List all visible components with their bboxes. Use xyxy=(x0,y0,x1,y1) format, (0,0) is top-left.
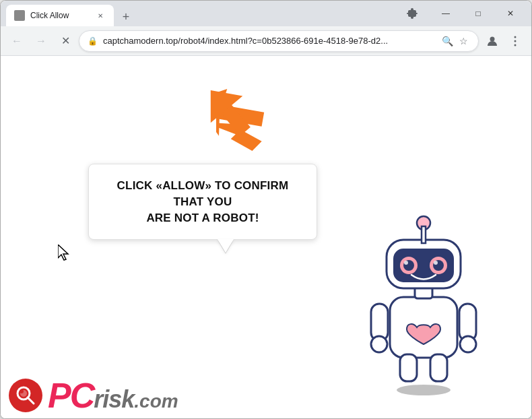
svg-point-9 xyxy=(397,385,451,395)
address-text: captchamodern.top/robot4/index.html?c=0b… xyxy=(103,36,435,46)
speech-bubble: CLICK «ALLOW» TO CONFIRM THAT YOU ARE NO… xyxy=(88,164,317,240)
mouse-cursor xyxy=(58,245,71,264)
pcrisk-logo-icon xyxy=(9,379,42,412)
navigation-bar: ← → ✕ 🔒 captchamodern.top/robot4/index.h… xyxy=(1,26,531,56)
svg-point-25 xyxy=(404,261,408,265)
svg-line-32 xyxy=(28,397,34,404)
menu-button[interactable] xyxy=(504,30,526,52)
tab-area: Click Allow ✕ + xyxy=(6,1,401,26)
search-icon[interactable]: 🔍 xyxy=(440,34,454,48)
minimize-button[interactable]: — xyxy=(430,3,461,24)
close-button[interactable]: ✕ xyxy=(495,3,526,24)
forward-button[interactable]: → xyxy=(30,30,52,52)
nav-right-icons xyxy=(481,30,526,52)
svg-point-12 xyxy=(371,336,387,352)
page-content: CLICK «ALLOW» TO CONFIRM THAT YOU ARE NO… xyxy=(1,56,531,418)
maximize-button[interactable]: □ xyxy=(463,3,494,24)
svg-point-33 xyxy=(20,389,24,393)
address-icons: 🔍 ☆ xyxy=(440,34,470,48)
new-tab-button[interactable]: + xyxy=(117,7,135,26)
svg-point-14 xyxy=(460,336,476,352)
robot-illustration xyxy=(356,210,491,398)
svg-point-3 xyxy=(514,40,517,42)
title-bar: Click Allow ✕ + — □ ✕ xyxy=(1,1,531,26)
svg-rect-20 xyxy=(422,226,426,243)
pcrisk-text: PC risk .com xyxy=(48,378,178,413)
tab-title: Click Allow xyxy=(30,11,90,20)
svg-point-4 xyxy=(514,44,517,46)
profile-button[interactable] xyxy=(481,30,503,52)
lock-icon: 🔒 xyxy=(88,36,98,46)
svg-point-29 xyxy=(434,261,438,265)
tab-close-button[interactable]: ✕ xyxy=(95,10,106,21)
svg-point-2 xyxy=(514,36,517,38)
window-controls: — □ ✕ xyxy=(430,3,526,24)
pcrisk-watermark: PC risk .com xyxy=(1,373,187,418)
tab-favicon xyxy=(14,10,25,21)
svg-rect-15 xyxy=(400,354,417,381)
pointing-arrow xyxy=(199,79,263,153)
back-button[interactable]: ← xyxy=(6,30,28,52)
svg-rect-16 xyxy=(430,354,447,381)
address-bar[interactable]: 🔒 captchamodern.top/robot4/index.html?c=… xyxy=(79,30,479,52)
bookmark-icon[interactable]: ☆ xyxy=(457,34,470,48)
title-bar-controls xyxy=(403,4,422,23)
reload-button[interactable]: ✕ xyxy=(55,30,76,52)
svg-point-1 xyxy=(490,36,495,41)
extension-icon[interactable] xyxy=(403,4,422,23)
svg-point-0 xyxy=(16,12,23,19)
browser-window: Click Allow ✕ + — □ ✕ xyxy=(0,0,532,419)
active-tab[interactable]: Click Allow ✕ xyxy=(6,5,114,26)
bubble-text: CLICK «ALLOW» TO CONFIRM THAT YOU ARE NO… xyxy=(109,178,296,226)
